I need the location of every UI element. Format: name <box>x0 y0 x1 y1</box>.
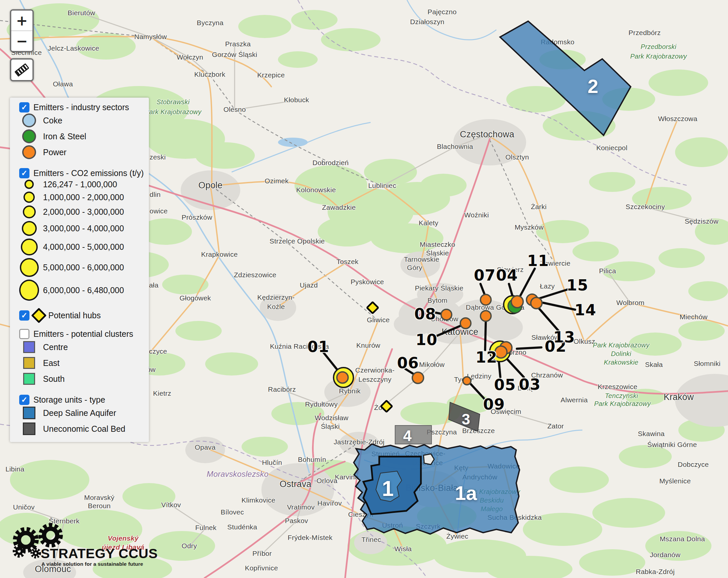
legend-checkbox-storage-units-type[interactable]: ✓ <box>19 395 29 405</box>
ruler-icon <box>15 63 29 77</box>
emitter-marker-power-5[interactable] <box>480 294 491 305</box>
emitter-callout-11: 11 <box>527 252 549 270</box>
legend-label-uneconomic-coal-bed: Uneconomic Coal Bed <box>43 424 125 434</box>
legend-symbol-centre <box>23 341 35 353</box>
emitter-callout-08: 08 <box>414 305 436 323</box>
legend-label-1-000-000-2-000-000: 1,000,000 - 2,000,000 <box>43 192 124 202</box>
emitter-marker-power-4[interactable] <box>531 297 542 309</box>
legend-label-2-000-000-3-000-000: 2,000,000 - 3,000,000 <box>43 207 124 217</box>
legend-label-6-000-000-6-480-000: 6,000,000 - 6,480,000 <box>43 286 124 295</box>
emitter-callout-06: 06 <box>397 354 419 372</box>
legend-row-coke: Coke <box>19 112 146 128</box>
legend-label-east: East <box>43 358 59 368</box>
emitter-callout-14: 14 <box>574 301 596 319</box>
legend-symbol-east <box>23 357 35 369</box>
legend-symbol-iron-steel <box>22 129 36 143</box>
measure-tool-button[interactable] <box>10 58 34 81</box>
legend-row-emitters-co2-emissions-t-y: ✓Emitters - CO2 emissions (t/y) <box>19 168 146 178</box>
legend-row-south: South <box>19 371 146 387</box>
emitter-marker-power-6[interactable] <box>441 309 452 320</box>
legend-row-5-000-000-6-000-000: 5,000,000 - 6,000,000 <box>19 257 146 278</box>
legend-label-deep-saline-aquifer: Deep Saline Aquifer <box>43 408 116 418</box>
legend-symbol-126-247-1-000-000 <box>25 180 34 189</box>
emitter-callout-09: 09 <box>483 395 505 413</box>
legend-checkbox-emitters-industry-sectors[interactable]: ✓ <box>19 102 29 112</box>
legend-row-2-000-000-3-000-000: 2,000,000 - 3,000,000 <box>19 204 146 220</box>
legend-symbol-4-000-000-5-000-000 <box>21 239 38 256</box>
legend-label-potential-hubs: Potential hubs <box>48 311 101 320</box>
map-stage: BierutówSiechniceJelcz-LaskowiceOławaNam… <box>0 0 728 578</box>
legend-label-4-000-000-5-000-000: 4,000,000 - 5,000,000 <box>43 242 124 252</box>
legend-label-emitters-potential-clusters: Emitters - potential clusters <box>33 329 133 339</box>
legend-label-iron-steel: Iron & Steel <box>43 132 86 141</box>
logo-tagline: A viable solution for a sustainable futu… <box>41 561 143 567</box>
emitter-marker-power-2[interactable] <box>511 296 523 308</box>
legend-symbol-deep-saline-aquifer <box>23 406 35 419</box>
potential-hub-marker-1[interactable] <box>367 302 378 313</box>
legend-row-emitters-industry-sectors: ✓Emitters - industry sectors <box>19 102 146 112</box>
leader-line-10 <box>436 325 463 336</box>
legend-row-uneconomic-coal-bed: Uneconomic Coal Bed <box>19 421 146 437</box>
legend-label-power: Power <box>43 148 67 157</box>
potential-hub-marker-2[interactable] <box>381 401 392 412</box>
legend-row-storage-units-type: ✓Storage units - type <box>19 395 146 405</box>
emitter-marker-power-8[interactable] <box>480 311 491 321</box>
zoom-in-button[interactable]: + <box>11 10 32 30</box>
legend-row-emitters-potential-clusters: Emitters - potential clusters <box>19 329 146 339</box>
emitter-callout-10: 10 <box>416 331 438 349</box>
leader-line-15 <box>536 289 569 299</box>
legend-checkbox-emitters-potential-clusters[interactable] <box>19 329 29 339</box>
legend-symbol-1-000-000-2-000-000 <box>24 191 35 203</box>
leader-line-13 <box>538 307 558 331</box>
legend-symbol-2-000-000-3-000-000 <box>23 206 36 218</box>
legend-row-centre: Centre <box>19 339 146 355</box>
legend-symbol-power <box>22 145 36 159</box>
emitter-callout-05: 05 <box>494 376 516 394</box>
legend-label-3-000-000-4-000-000: 3,000,000 - 4,000,000 <box>43 224 124 233</box>
legend-panel: ✓Emitters - industry sectorsCokeIron & S… <box>10 98 149 442</box>
emitter-callout-15: 15 <box>567 276 588 294</box>
legend-row-iron-steel: Iron & Steel <box>19 128 146 144</box>
legend-label-south: South <box>43 374 64 384</box>
emitter-marker-power-15[interactable] <box>337 372 348 383</box>
legend-row-126-247-1-000-000: 126,247 - 1,000,000 <box>19 178 146 190</box>
leader-line-02 <box>517 347 541 349</box>
leader-line-14 <box>543 303 575 310</box>
legend-row-6-000-000-6-480-000: 6,000,000 - 6,480,000 <box>19 278 146 302</box>
logo-title: STRATEGY CCUS <box>41 546 158 561</box>
legend-row-power: Power <box>19 144 146 160</box>
legend-label-coke: Coke <box>43 116 62 125</box>
legend-row-deep-saline-aquifer: Deep Saline Aquifer <box>19 405 146 421</box>
emitter-callout-04: 04 <box>496 266 518 284</box>
legend-label-centre: Centre <box>43 342 68 352</box>
legend-symbol-6-000-000-6-480-000 <box>19 280 39 301</box>
legend-row-3-000-000-4-000-000: 3,000,000 - 4,000,000 <box>19 220 146 237</box>
legend-label-126-247-1-000-000: 126,247 - 1,000,000 <box>43 180 117 189</box>
emitter-callout-12: 12 <box>475 348 497 366</box>
legend-label-emitters-co2-emissions-t-y: Emitters - CO2 emissions (t/y) <box>33 168 144 178</box>
legend-row-potential-hubs: ✓Potential hubs <box>19 310 146 321</box>
legend-checkbox-potential-hubs[interactable]: ✓ <box>19 310 29 321</box>
emitter-callout-13: 13 <box>553 328 575 346</box>
emitter-callout-01: 01 <box>307 338 329 356</box>
legend-symbol-5-000-000-6-000-000 <box>20 258 39 277</box>
emitter-callout-03: 03 <box>519 375 541 393</box>
emitter-marker-power-9[interactable] <box>412 372 423 384</box>
legend-symbol-south <box>23 373 35 385</box>
legend-label-storage-units-type: Storage units - type <box>33 395 105 404</box>
leader-line-12 <box>485 322 486 350</box>
emitter-marker-power-7[interactable] <box>460 318 471 329</box>
legend-checkbox-emitters-co2-emissions-t-y[interactable]: ✓ <box>19 168 29 178</box>
legend-row-east: East <box>19 355 146 371</box>
legend-symbol-uneconomic-coal-bed <box>23 422 35 435</box>
legend-label-emitters-industry-sectors: Emitters - industry sectors <box>33 103 129 112</box>
legend-row-1-000-000-2-000-000: 1,000,000 - 2,000,000 <box>19 190 146 204</box>
strategy-ccus-logo: STRATEGY CCUS A viable solution for a su… <box>11 522 167 575</box>
emitter-marker-power-10[interactable] <box>463 377 471 385</box>
zoom-out-button[interactable]: − <box>11 30 32 51</box>
legend-row-4-000-000-5-000-000: 4,000,000 - 5,000,000 <box>19 237 146 257</box>
legend-symbol-3-000-000-4-000-000 <box>22 221 37 236</box>
legend-symbol-coke <box>22 113 36 127</box>
hub-diamond-icon <box>31 308 47 323</box>
zoom-control: + − <box>10 9 34 52</box>
